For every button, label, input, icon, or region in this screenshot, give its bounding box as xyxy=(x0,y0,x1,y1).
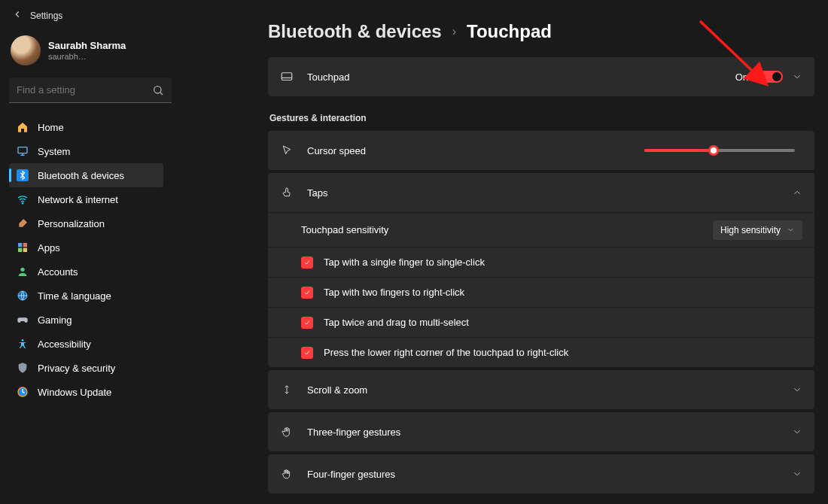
sidebar-item-accessibility[interactable]: Accessibility xyxy=(9,332,163,356)
sidebar-item-label: Privacy & security xyxy=(38,363,115,374)
tap-option-single-click[interactable]: Tap with a single finger to single-click xyxy=(268,247,814,277)
sidebar-item-windows-update[interactable]: Windows Update xyxy=(9,380,163,404)
sensitivity-label: Touchpad sensitivity xyxy=(301,224,713,235)
scroll-zoom-label: Scroll & zoom xyxy=(307,384,792,396)
touchpad-toggle[interactable] xyxy=(757,71,783,83)
taps-label: Taps xyxy=(307,187,792,199)
sidebar-item-privacy[interactable]: Privacy & security xyxy=(9,356,163,380)
home-icon xyxy=(17,121,29,133)
search-box[interactable] xyxy=(9,77,172,103)
sidebar: Settings Saurabh Sharma saurabh… Home Sy… xyxy=(0,0,181,504)
search-input[interactable] xyxy=(9,77,172,103)
taps-header-row[interactable]: Taps xyxy=(268,173,814,212)
touchpad-label: Touchpad xyxy=(307,71,735,83)
scroll-icon xyxy=(280,383,294,396)
tap-option-corner-right-click[interactable]: Press the lower right corner of the touc… xyxy=(268,337,814,367)
svg-rect-7 xyxy=(23,248,27,252)
sidebar-item-network[interactable]: Network & internet xyxy=(9,187,163,211)
svg-point-0 xyxy=(154,87,161,93)
tap-option-label: Tap with a single finger to single-click xyxy=(324,257,802,268)
sidebar-item-time-language[interactable]: Time & language xyxy=(9,284,163,308)
svg-rect-1 xyxy=(18,147,27,153)
cursor-speed-slider[interactable] xyxy=(644,149,795,152)
tap-option-right-click[interactable]: Tap with two fingers to right-click xyxy=(268,277,814,307)
brush-icon xyxy=(17,217,29,229)
sidebar-item-label: System xyxy=(38,146,70,157)
tap-option-label: Tap twice and drag to multi-select xyxy=(324,317,802,328)
chevron-down-icon xyxy=(792,469,802,479)
sidebar-item-label: Time & language xyxy=(38,290,111,302)
app-title: Settings xyxy=(30,11,62,21)
hand-icon xyxy=(280,425,294,439)
profile-name: Saurabh Sharma xyxy=(48,40,126,52)
breadcrumb: Bluetooth & devices › Touchpad xyxy=(268,21,814,42)
sidebar-item-label: Accounts xyxy=(38,266,78,278)
sidebar-item-apps[interactable]: Apps xyxy=(9,235,163,260)
sidebar-item-label: Bluetooth & devices xyxy=(38,170,124,181)
tap-option-label: Tap with two fingers to right-click xyxy=(324,287,802,298)
checkbox-icon[interactable] xyxy=(301,257,313,269)
sidebar-item-label: Personalization xyxy=(38,218,105,229)
page-title: Touchpad xyxy=(467,21,552,42)
three-finger-label: Three-finger gestures xyxy=(307,427,792,438)
cursor-speed-row: Cursor speed xyxy=(268,131,814,170)
sidebar-item-home[interactable]: Home xyxy=(9,115,163,139)
sensitivity-dropdown[interactable]: High sensitivity xyxy=(713,220,802,240)
tap-option-label: Press the lower right corner of the touc… xyxy=(324,347,802,358)
sidebar-item-label: Home xyxy=(38,122,64,133)
chevron-down-icon xyxy=(792,384,802,395)
back-button[interactable] xyxy=(12,9,23,22)
sidebar-item-gaming[interactable]: Gaming xyxy=(9,308,163,332)
gamepad-icon xyxy=(17,314,29,326)
chevron-down-icon xyxy=(792,427,802,437)
main-content: Bluetooth & devices › Touchpad Touchpad … xyxy=(181,0,828,504)
touchpad-state-text: On xyxy=(735,71,748,83)
scroll-zoom-row[interactable]: Scroll & zoom xyxy=(268,370,814,409)
svg-rect-5 xyxy=(23,243,27,247)
sidebar-item-system[interactable]: System xyxy=(9,139,163,163)
four-finger-row[interactable]: Four-finger gestures xyxy=(268,454,814,493)
sensitivity-value: High sensitivity xyxy=(720,225,781,235)
globe-icon xyxy=(17,290,29,302)
sidebar-item-label: Windows Update xyxy=(38,387,111,398)
tap-option-multi-select[interactable]: Tap twice and drag to multi-select xyxy=(268,307,814,337)
apps-icon xyxy=(17,241,29,254)
sidebar-item-label: Network & internet xyxy=(38,194,118,205)
touchpad-sensitivity-row: Touchpad sensitivity High sensitivity xyxy=(268,212,814,247)
checkbox-icon[interactable] xyxy=(301,317,313,329)
checkbox-icon[interactable] xyxy=(301,347,313,359)
sidebar-item-personalization[interactable]: Personalization xyxy=(9,211,163,235)
sidebar-nav: Home System Bluetooth & devices Network … xyxy=(9,115,163,404)
sidebar-item-accounts[interactable]: Accounts xyxy=(9,260,163,284)
wifi-icon xyxy=(17,193,29,205)
section-header-gestures: Gestures & interaction xyxy=(269,113,814,123)
chevron-down-icon xyxy=(787,226,795,234)
four-finger-label: Four-finger gestures xyxy=(307,469,792,480)
touchpad-master-row[interactable]: Touchpad On xyxy=(268,57,814,96)
system-icon xyxy=(17,145,29,157)
chevron-right-icon: › xyxy=(452,25,456,38)
sidebar-item-label: Gaming xyxy=(38,314,72,326)
sidebar-item-bluetooth-devices[interactable]: Bluetooth & devices xyxy=(9,163,163,187)
cursor-speed-label: Cursor speed xyxy=(307,145,644,156)
hand-icon xyxy=(280,467,294,481)
svg-rect-12 xyxy=(282,73,292,80)
touchpad-icon xyxy=(280,70,294,83)
profile-email: saurabh… xyxy=(48,52,126,61)
avatar xyxy=(11,35,41,65)
taps-group: Taps Touchpad sensitivity High sensitivi… xyxy=(268,173,814,367)
svg-point-3 xyxy=(22,203,23,204)
chevron-up-icon xyxy=(792,187,802,198)
breadcrumb-parent[interactable]: Bluetooth & devices xyxy=(268,21,442,42)
three-finger-row[interactable]: Three-finger gestures xyxy=(268,412,814,451)
chevron-down-icon[interactable] xyxy=(792,71,802,82)
checkbox-icon[interactable] xyxy=(301,287,313,299)
update-icon xyxy=(17,386,29,398)
accessibility-icon xyxy=(17,338,29,350)
svg-rect-4 xyxy=(18,243,22,247)
tap-icon xyxy=(280,186,294,199)
svg-point-8 xyxy=(20,268,24,272)
profile-block[interactable]: Saurabh Sharma saurabh… xyxy=(9,26,172,77)
svg-rect-6 xyxy=(18,248,22,252)
person-icon xyxy=(17,266,29,278)
